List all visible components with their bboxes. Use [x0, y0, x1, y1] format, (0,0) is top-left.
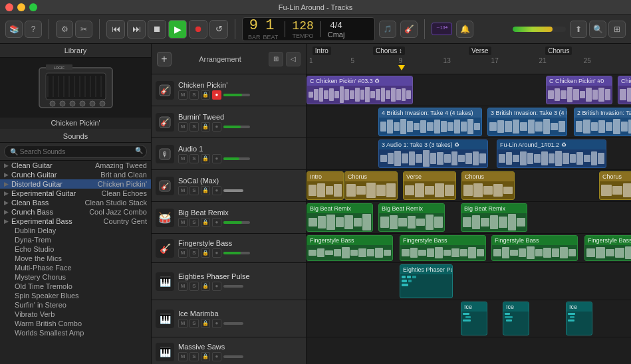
- headphones-button[interactable]: S: [189, 186, 199, 195]
- smart-controls-button[interactable]: ⊞: [608, 21, 626, 38]
- sound-item-worlds-smallest-amp[interactable]: Worlds Smallest Amp: [0, 328, 151, 337]
- clip-fingerstyle-1[interactable]: Fingerstyle Bass: [307, 235, 393, 261]
- lock-button[interactable]: 🔒: [201, 90, 210, 100]
- lock-button[interactable]: 🔒: [201, 154, 210, 163]
- settings-button[interactable]: ⚙: [56, 21, 73, 38]
- lock-button[interactable]: 🔒: [201, 186, 210, 195]
- sound-category-experimental-guitar[interactable]: ▶ Experimental Guitar Clean Echoes: [0, 189, 151, 198]
- sound-item-vibrato-verb[interactable]: Vibrato Verb: [0, 310, 151, 319]
- headphones-button[interactable]: S: [189, 319, 199, 328]
- sound-item-mystery-chorus[interactable]: Mystery Chorus: [0, 272, 151, 282]
- stop-button[interactable]: ⏹: [148, 20, 166, 39]
- lock-button[interactable]: 🔒: [201, 122, 210, 132]
- sound-item-multi-phase-face[interactable]: Multi-Phase Face: [0, 263, 151, 272]
- pan-knob[interactable]: [223, 355, 243, 358]
- mute-button[interactable]: M: [178, 90, 188, 100]
- tracks-area[interactable]: 🎸 Chicken Pickin' M S 🔒 ●: [152, 74, 631, 364]
- track-expand-button[interactable]: ◁: [286, 52, 301, 66]
- clip-chorus-2[interactable]: Chorus: [461, 171, 515, 200]
- library-button[interactable]: 📚: [5, 21, 23, 38]
- share-button[interactable]: ⬆: [570, 21, 587, 38]
- add-track-button[interactable]: +: [157, 52, 172, 66]
- sound-item-warm-british-combo[interactable]: Warm British Combo: [0, 319, 151, 328]
- rec-arm-button[interactable]: ●: [212, 90, 221, 100]
- cycle-button[interactable]: ↺: [209, 20, 228, 39]
- headphones-button[interactable]: S: [189, 218, 199, 227]
- mute-button[interactable]: M: [178, 319, 188, 328]
- sound-item-echo-studio[interactable]: Echo Studio: [0, 244, 151, 254]
- sound-category-clean-guitar[interactable]: ▶ Clean Guitar Amazing Tweed: [0, 161, 151, 170]
- headphones-button[interactable]: S: [189, 248, 199, 258]
- sound-item-move-the-mics[interactable]: Move the Mics: [0, 254, 151, 263]
- rec-arm-button[interactable]: ●: [212, 218, 221, 227]
- mute-button[interactable]: M: [178, 282, 188, 291]
- clip-chicken-pickin-3[interactable]: Chicken Pickin' #03.12: [618, 76, 631, 104]
- metronome-button[interactable]: 🔔: [456, 21, 473, 38]
- clip-bigbeat-1[interactable]: Big Beat Remix: [307, 203, 373, 232]
- sound-category-distorted-guitar[interactable]: ▶ Distorted Guitar Chicken Pickin': [0, 179, 151, 189]
- headphones-button[interactable]: S: [189, 90, 199, 100]
- sound-item-dublin-delay[interactable]: Dublin Delay: [0, 226, 151, 235]
- sound-category-crunch-guitar[interactable]: ▶ Crunch Guitar Brit and Clean: [0, 170, 151, 179]
- minimize-button[interactable]: [17, 3, 25, 11]
- clip-fingerstyle-2[interactable]: Fingerstyle Bass: [400, 235, 486, 261]
- rec-arm-button[interactable]: ●: [212, 319, 221, 328]
- volume-bar[interactable]: [513, 27, 566, 32]
- rec-arm-button[interactable]: ●: [212, 122, 221, 132]
- volume-knob[interactable]: [223, 94, 250, 96]
- mute-button[interactable]: M: [178, 248, 188, 258]
- clip-british-1[interactable]: 4 British Invasion: Take 4 (4 takes): [378, 108, 482, 136]
- sound-category-crunch-bass[interactable]: ▶ Crunch Bass Cool Jazz Combo: [0, 207, 151, 217]
- record-button[interactable]: ⏺: [189, 20, 207, 39]
- clip-audio1-2[interactable]: Fu-Lin Around_1#01.2 ♻: [497, 139, 606, 168]
- lock-button[interactable]: 🔒: [201, 248, 210, 258]
- clip-phaser-1[interactable]: Eighties Phaser Pul: [400, 264, 453, 298]
- headphones-button[interactable]: S: [189, 122, 199, 132]
- rec-arm-button[interactable]: ●: [212, 282, 221, 291]
- lock-button[interactable]: 🔒: [201, 352, 210, 361]
- clip-chicken-pickin-2[interactable]: C Chicken Pickin' #0: [546, 76, 612, 104]
- mute-button[interactable]: M: [178, 352, 188, 361]
- mute-button[interactable]: M: [178, 154, 188, 163]
- sound-item-surfin-in-stereo[interactable]: Surfin' in Stereo: [0, 300, 151, 310]
- clip-fingerstyle-3[interactable]: Fingerstyle Bass: [491, 235, 578, 261]
- track-view-button[interactable]: ⊞: [269, 52, 283, 66]
- clip-intro[interactable]: Intro: [307, 171, 344, 200]
- sound-category-experimental-bass[interactable]: ▶ Experimental Bass Country Gent: [0, 217, 151, 226]
- rec-arm-button[interactable]: ●: [212, 154, 221, 163]
- rec-arm-button[interactable]: ●: [212, 186, 221, 195]
- mute-button[interactable]: M: [178, 122, 188, 132]
- play-button[interactable]: ▶: [168, 20, 187, 39]
- clip-bigbeat-2[interactable]: Big Beat Remix: [378, 203, 445, 232]
- clip-chorus-3[interactable]: Chorus: [599, 171, 631, 200]
- clip-audio1-1[interactable]: 3 Audio 1: Take 3 (3 takes) ♻: [378, 139, 488, 168]
- close-button[interactable]: [5, 3, 13, 11]
- lock-button[interactable]: 🔒: [201, 218, 210, 227]
- maximize-button[interactable]: [29, 3, 37, 11]
- rewind-button[interactable]: ⏮: [106, 20, 125, 39]
- rec-arm-button[interactable]: ●: [212, 352, 221, 361]
- clip-bigbeat-3[interactable]: Big Beat Remix: [461, 203, 527, 232]
- clip-ice-1[interactable]: Ice: [461, 302, 487, 335]
- lock-button[interactable]: 🔒: [201, 282, 210, 291]
- tuner-button[interactable]: 🎸: [400, 21, 418, 38]
- volume-knob[interactable]: [223, 157, 250, 160]
- headphones-button[interactable]: S: [189, 352, 199, 361]
- mute-button[interactable]: M: [178, 218, 188, 227]
- search-input[interactable]: [4, 145, 147, 158]
- clip-british-2[interactable]: 3 British Invasion: Take 3 (4 takes): [487, 108, 567, 136]
- volume-knob[interactable]: [223, 126, 250, 128]
- mute-button[interactable]: M: [178, 186, 188, 195]
- scissors-button[interactable]: ✂: [75, 21, 92, 38]
- clip-ice-3[interactable]: Ice: [566, 302, 592, 335]
- headphones-button[interactable]: S: [189, 154, 199, 163]
- sound-item-dyna-trem[interactable]: Dyna-Trem: [0, 235, 151, 244]
- inspector-button[interactable]: 🔍: [589, 21, 606, 38]
- fast-forward-button[interactable]: ⏭: [127, 20, 146, 39]
- help-button[interactable]: ?: [25, 21, 42, 38]
- pan-knob[interactable]: [223, 285, 243, 288]
- sound-item-old-time-tremolo[interactable]: Old Time Tremolo: [0, 282, 151, 291]
- clip-verse[interactable]: Verse: [403, 171, 456, 200]
- clip-ice-2[interactable]: Ice: [503, 302, 529, 335]
- clip-british-3[interactable]: 2 British Invasion: Take 2 (4 takes): [574, 108, 631, 136]
